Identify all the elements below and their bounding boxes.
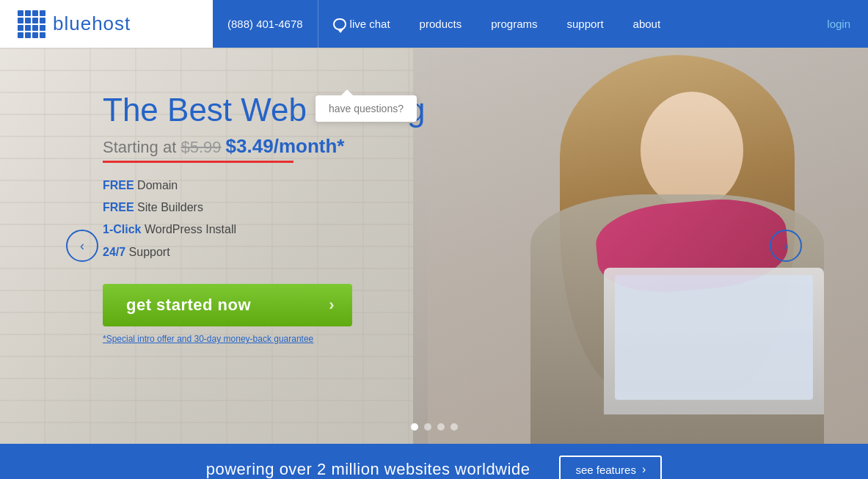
- chat-bubble-icon: [333, 18, 346, 30]
- carousel-dot-1[interactable]: [411, 423, 418, 431]
- hero-section: The Best Web Hosting Starting at $5.99 $…: [0, 48, 868, 444]
- button-arrow-icon: ›: [329, 296, 335, 315]
- carousel-next-button[interactable]: ›: [770, 230, 802, 262]
- laptop: [604, 268, 824, 414]
- nav-products[interactable]: products: [405, 0, 477, 48]
- nav-programs[interactable]: programs: [476, 0, 552, 48]
- see-features-button[interactable]: see features ›: [559, 456, 662, 479]
- carousel-dot-3[interactable]: [437, 423, 445, 431]
- feature-domain: FREE Domain: [103, 175, 425, 197]
- price-new: $3.49/month*: [226, 135, 345, 157]
- chevron-left-icon: ‹: [80, 238, 84, 254]
- nav-phone[interactable]: (888) 401-4678: [213, 0, 318, 48]
- laptop-screen: [615, 275, 813, 400]
- nav-live-chat[interactable]: live chat: [318, 0, 405, 48]
- nav-login[interactable]: login: [809, 0, 868, 48]
- feature-list: FREE Domain FREE Site Builders 1-Click W…: [103, 175, 425, 264]
- nav-about[interactable]: about: [619, 0, 676, 48]
- have-questions-tooltip: have questions?: [316, 95, 417, 122]
- carousel-dot-4[interactable]: [451, 423, 458, 431]
- banner-text: powering over 2 million websites worldwi…: [206, 460, 530, 479]
- person-face: [641, 92, 743, 209]
- chevron-right-icon: ›: [784, 238, 788, 254]
- feature-wordpress: 1-Click WordPress Install: [103, 219, 425, 241]
- main-nav: bluehost (888) 401-4678 live chat produc…: [0, 0, 868, 48]
- carousel-dots: [411, 423, 458, 431]
- price-old: $5.99: [180, 138, 221, 156]
- carousel-dot-2[interactable]: [424, 423, 431, 431]
- brand-name: bluehost: [53, 12, 131, 35]
- carousel-prev-button[interactable]: ‹: [66, 230, 98, 262]
- bottom-banner: powering over 2 million websites worldwi…: [0, 444, 868, 479]
- get-started-button[interactable]: get started now ›: [103, 284, 352, 326]
- see-features-arrow-icon: ›: [642, 463, 646, 476]
- price-underline: [103, 161, 293, 163]
- hero-content: The Best Web Hosting Starting at $5.99 $…: [103, 92, 425, 344]
- hero-subtitle: Starting at $5.99 $3.49/month*: [103, 135, 425, 158]
- logo-area: bluehost: [0, 0, 213, 48]
- logo-grid-icon: [18, 10, 45, 38]
- feature-builder: FREE Site Builders: [103, 197, 425, 219]
- feature-support: 24/7 Support: [103, 241, 425, 263]
- nav-support[interactable]: support: [552, 0, 619, 48]
- disclaimer-link[interactable]: *Special intro offer and 30-day money-ba…: [103, 334, 425, 344]
